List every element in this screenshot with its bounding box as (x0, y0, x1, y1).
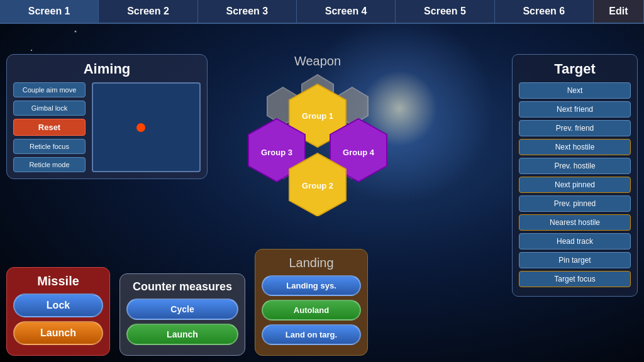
gimbal-lock-button[interactable]: Gimbal lock (13, 101, 86, 116)
aiming-panel: Aiming Couple aim move Gimbal lock Reset… (6, 54, 208, 179)
target-next-button[interactable]: Next (519, 82, 631, 99)
missile-panel: Missile Lock Launch (6, 267, 110, 356)
target-title: Target (519, 61, 631, 77)
group3-label: Group 3 (261, 148, 292, 157)
target-next-friend-button[interactable]: Next friend (519, 101, 631, 118)
tab-screen6[interactable]: Screen 6 (495, 0, 594, 23)
main-content: Aiming Couple aim move Gimbal lock Reset… (0, 24, 644, 362)
target-head-track-button[interactable]: Head track (519, 233, 631, 250)
aiming-content: Couple aim move Gimbal lock Reset Reticl… (13, 82, 201, 172)
group4-label: Group 4 (343, 148, 375, 157)
landing-title: Landing (262, 256, 361, 270)
target-next-hostile-button[interactable]: Next hostile (519, 139, 631, 155)
counter-launch-button[interactable]: Launch (126, 324, 238, 345)
nav-bar: Screen 1 Screen 2 Screen 3 Screen 4 Scre… (0, 0, 644, 24)
aiming-title: Aiming (13, 61, 201, 77)
weapon-title: Weapon (217, 54, 418, 69)
reset-button[interactable]: Reset (13, 119, 86, 136)
land-on-targ-button[interactable]: Land on targ. (262, 324, 361, 345)
hex-grid: Group 1 Group 3 Group 4 Group 2 (223, 72, 412, 216)
target-prev-friend-button[interactable]: Prev. friend (519, 120, 631, 136)
landing-panel: Landing Landing sys. Autoland Land on ta… (255, 249, 368, 356)
landing-sys-button[interactable]: Landing sys. (262, 275, 361, 296)
weapon-panel: Weapon Group 1 (217, 54, 418, 216)
missile-lock-button[interactable]: Lock (13, 293, 103, 317)
group2-label: Group 2 (302, 181, 333, 190)
aiming-buttons: Couple aim move Gimbal lock Reset Reticl… (13, 82, 86, 172)
target-prev-hostile-button[interactable]: Prev. hostile (519, 158, 631, 174)
tab-edit[interactable]: Edit (594, 0, 644, 23)
counter-measures-title: Counter measures (126, 280, 238, 293)
missile-title: Missile (13, 274, 103, 288)
reticle-mode-button[interactable]: Reticle mode (13, 157, 86, 172)
aim-dot (136, 123, 145, 132)
autoland-button[interactable]: Autoland (262, 300, 361, 321)
counter-measures-panel: Counter measures Cycle Launch (119, 273, 245, 356)
reticle-focus-button[interactable]: Reticle focus (13, 139, 86, 154)
tab-screen3[interactable]: Screen 3 (198, 0, 297, 23)
hex-grid-svg: Group 1 Group 3 Group 4 Group 2 (223, 72, 412, 216)
tab-screen1[interactable]: Screen 1 (0, 0, 99, 23)
tab-screen5[interactable]: Screen 5 (396, 0, 494, 23)
couple-aim-move-button[interactable]: Couple aim move (13, 82, 86, 97)
tab-screen4[interactable]: Screen 4 (297, 0, 396, 23)
target-next-pinned-button[interactable]: Next pinned (519, 177, 631, 193)
aim-screen (92, 82, 201, 172)
target-nearest-hostile-button[interactable]: Nearest hostile (519, 214, 631, 231)
group1-label: Group 1 (302, 111, 333, 121)
missile-launch-button[interactable]: Launch (13, 321, 103, 345)
counter-cycle-button[interactable]: Cycle (126, 299, 238, 320)
target-panel: Target Next Next friend Prev. friend Nex… (512, 54, 638, 297)
target-pin-button[interactable]: Pin target (519, 252, 631, 268)
target-focus-button[interactable]: Target focus (519, 271, 631, 287)
target-prev-pinned-button[interactable]: Prev. pinned (519, 195, 631, 212)
tab-screen2[interactable]: Screen 2 (99, 0, 197, 23)
